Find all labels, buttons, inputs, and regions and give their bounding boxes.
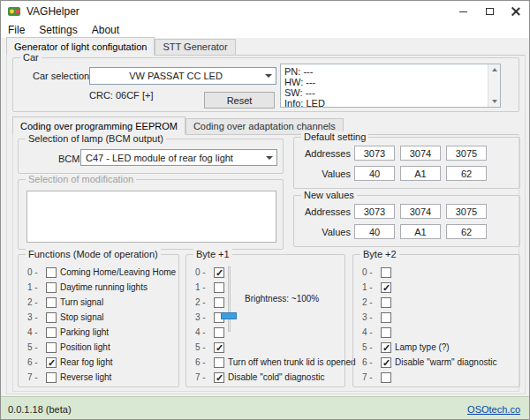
default-value-3[interactable] <box>446 166 487 181</box>
byte2-row: 6 -Disable "warm" diagnostic <box>362 355 516 370</box>
info-line-hw: HW: --- <box>284 77 486 87</box>
function-row: 0 -Coming Home/Leaving Home <box>27 265 175 280</box>
brightness-slider[interactable] <box>220 266 238 332</box>
menu-bar: File Settings About <box>1 22 529 38</box>
car-group-label: Car <box>20 52 42 63</box>
function-row: 6 -Rear fog light <box>27 355 175 370</box>
new-address-2[interactable] <box>400 204 441 219</box>
slider-track <box>228 266 231 332</box>
version-label: 0.0.1.18 (beta) <box>8 404 72 415</box>
new-value-1[interactable] <box>354 224 395 239</box>
byte1-row: 4 - <box>195 325 341 340</box>
modification-listbox[interactable] <box>26 191 276 243</box>
bcm-value: C47 - LED module of rear fog light <box>81 153 262 163</box>
maximize-button[interactable] <box>476 1 503 22</box>
functions-rows: 0 -Coming Home/Leaving Home 1 -Daytime r… <box>27 265 175 385</box>
addresses-label: Addresses <box>301 148 351 159</box>
chevron-down-icon <box>261 68 276 84</box>
byte1-rows: 0 - 1 - 2 - 3 - 4 - 5 - 6 -Turn off when… <box>195 265 341 385</box>
new-value-2[interactable] <box>400 224 441 239</box>
byte1-row: 6 -Turn off when trunk lid is opened <box>195 355 341 370</box>
default-value-2[interactable] <box>400 166 441 181</box>
checkbox[interactable] <box>381 267 391 278</box>
new-value-3[interactable] <box>446 224 487 239</box>
checkbox[interactable] <box>46 372 57 383</box>
reset-button[interactable]: Reset <box>204 92 275 109</box>
checkbox[interactable] <box>46 267 57 278</box>
checkbox[interactable] <box>46 357 57 368</box>
default-value-1[interactable] <box>354 166 395 181</box>
car-group: Car Car selection VW PASSAT CC LED CRC: … <box>12 57 519 112</box>
values-label: Values <box>301 169 351 179</box>
byte1-group: Byte +1 0 - 1 - 2 - 3 - 4 - 5 - 6 -Turn … <box>186 254 345 387</box>
info-line-info: Info: LED <box>284 98 486 109</box>
byte2-group-label: Byte +2 <box>360 249 399 259</box>
new-values-label: New values <box>301 190 357 200</box>
checkbox[interactable] <box>381 342 391 353</box>
byte1-group-label: Byte +1 <box>193 249 232 259</box>
car-info-panel: PN: --- HW: --- SW: --- Info: LED <box>280 64 501 108</box>
checkbox[interactable] <box>46 327 57 338</box>
slider-thumb[interactable] <box>221 312 237 319</box>
checkbox[interactable] <box>214 342 224 353</box>
title-bar: VAGHelper <box>1 1 529 22</box>
tab-stt-generator[interactable]: STT Generator <box>155 39 235 55</box>
scroll-down-icon[interactable] <box>488 96 501 107</box>
function-row: 3 -Stop signal <box>27 310 175 325</box>
chevron-down-icon <box>262 150 276 165</box>
checkbox[interactable] <box>381 282 391 293</box>
menu-file[interactable]: File <box>1 22 32 38</box>
byte2-row: 0 - <box>362 265 516 280</box>
menu-about[interactable]: About <box>85 22 126 38</box>
byte2-row: 3 - <box>362 310 516 325</box>
checkbox[interactable] <box>46 297 57 308</box>
new-address-3[interactable] <box>446 204 487 219</box>
default-setting-label: Default setting <box>301 131 368 142</box>
close-icon <box>511 7 520 16</box>
checkbox[interactable] <box>46 312 57 323</box>
menu-settings[interactable]: Settings <box>32 22 84 38</box>
coding-tab-strip: Coding over programming EEPROM Coding ov… <box>12 117 519 135</box>
bcm-combobox[interactable]: C47 - LED module of rear fog light <box>80 149 277 166</box>
byte1-row: 3 - <box>195 310 341 325</box>
crc-label: CRC: 06CF [+] <box>89 90 153 101</box>
car-selection-combobox[interactable]: VW PASSAT CC LED <box>89 67 276 85</box>
function-row: 4 -Parking light <box>27 325 175 340</box>
byte2-row: 2 - <box>362 295 516 310</box>
checkbox[interactable] <box>381 357 391 368</box>
new-address-1[interactable] <box>354 204 395 219</box>
scroll-up-icon[interactable] <box>488 64 501 75</box>
checkbox[interactable] <box>214 357 224 368</box>
info-scrollbar[interactable] <box>488 64 500 107</box>
status-bar: 0.0.1.18 (beta) OSOtech.co <box>1 396 529 420</box>
app-icon <box>7 4 21 19</box>
addresses-label: Addresses <box>301 206 351 217</box>
byte2-row: 5 -Lamp type (?) <box>362 340 516 355</box>
checkbox[interactable] <box>381 327 391 338</box>
default-setting-group: Default setting Addresses Values <box>293 137 520 189</box>
default-address-1[interactable] <box>354 146 395 161</box>
checkbox[interactable] <box>381 372 391 383</box>
modification-group-label: Selection of modification <box>26 174 136 184</box>
minimize-button[interactable] <box>450 1 476 22</box>
maximize-icon <box>486 8 494 15</box>
byte2-group: Byte +2 0 - 1 - 2 - 3 - 4 - 5 -Lamp type… <box>352 254 520 387</box>
function-row: 7 -Reverse light <box>27 370 175 385</box>
checkbox[interactable] <box>381 297 391 308</box>
checkbox[interactable] <box>46 282 57 293</box>
website-link[interactable]: OSOtech.co <box>467 404 520 415</box>
checkbox[interactable] <box>214 372 224 383</box>
close-button[interactable] <box>503 1 529 22</box>
app-window: VAGHelper File Settings About Generator … <box>0 0 530 420</box>
default-address-2[interactable] <box>400 146 441 161</box>
info-line-sw: SW: --- <box>284 87 486 98</box>
byte1-row: 0 - <box>195 265 341 280</box>
bcm-label: BCM <box>58 154 80 164</box>
checkbox[interactable] <box>46 342 57 353</box>
function-row: 5 -Position light <box>27 340 175 355</box>
new-values-group: New values Addresses Values <box>293 195 520 247</box>
default-address-3[interactable] <box>446 146 487 161</box>
tab-coding-eeprom[interactable]: Coding over programming EEPROM <box>12 116 186 135</box>
checkbox[interactable] <box>381 312 391 323</box>
brightness-label: Brightness: ~100% <box>245 294 319 304</box>
